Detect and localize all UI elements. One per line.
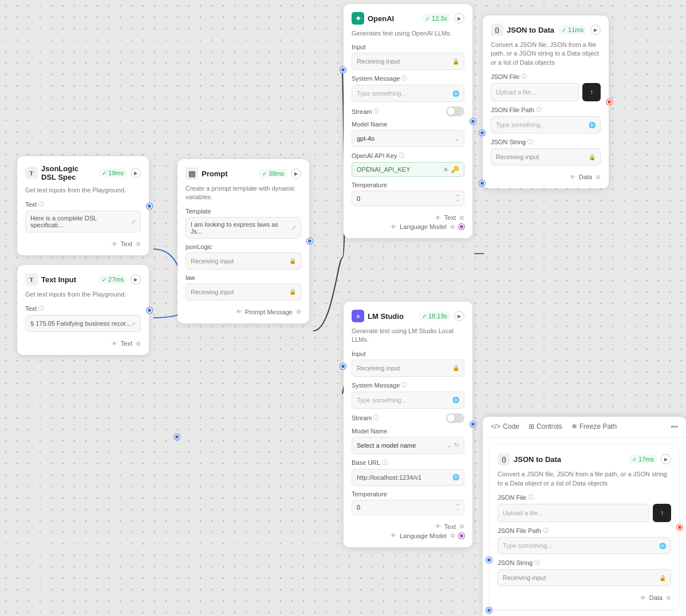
settings-icon[interactable]: ⚙: [596, 174, 601, 180]
node-desc: Get text inputs from the Playground.: [25, 290, 141, 299]
template-field[interactable]: I am looking to express laws as Js... ⤢: [186, 217, 301, 239]
eye-icon[interactable]: 👁: [112, 341, 117, 347]
api-key-field[interactable]: OPENAI_API_KEY ✕ 🔑: [352, 162, 464, 177]
eye-icon-lang[interactable]: 👁: [391, 532, 396, 539]
remove-key-button[interactable]: ✕: [443, 166, 448, 173]
run-button[interactable]: ▶: [454, 311, 464, 321]
temperature-field[interactable]: 0 + −: [352, 191, 464, 206]
check-icon: ✓: [102, 170, 107, 176]
input-label: Input: [352, 350, 464, 357]
globe-icon: 🌐: [589, 122, 596, 128]
run-button[interactable]: ▶: [131, 274, 141, 285]
model-name-select[interactable]: Select a model name ⌄ ↻: [352, 437, 464, 454]
expand-icon[interactable]: ⤢: [131, 219, 136, 225]
upload-button[interactable]: ↑: [653, 504, 671, 522]
json-path-input-dot[interactable]: [479, 130, 485, 136]
temperature-label: Temperature: [352, 181, 464, 188]
settings-icon[interactable]: ⚙: [296, 309, 301, 315]
settings-icon-lang[interactable]: ⚙: [450, 532, 455, 539]
upload-button[interactable]: ↑: [582, 83, 601, 101]
json-string-label: JSON String ⓘ: [491, 138, 601, 146]
run-button[interactable]: ▶: [661, 454, 671, 464]
base-url-field[interactable]: http://localhost:1234/v1 🌐: [352, 469, 464, 486]
settings-icon[interactable]: ⚙: [136, 241, 141, 247]
output-dot[interactable]: [147, 203, 152, 209]
model-name-select[interactable]: gpt-4o ⌄: [352, 130, 464, 147]
json-string-input-dot[interactable]: [486, 607, 492, 613]
globe-icon: 🌐: [659, 543, 666, 549]
temperature-field[interactable]: 0 + −: [352, 500, 464, 515]
status-badge: ✓ 11ms: [558, 25, 587, 34]
temperature-label: Temperature: [352, 491, 464, 497]
input-dot[interactable]: [340, 364, 346, 369]
text-output-dot[interactable]: [470, 119, 476, 124]
node-footer: 👁 Text ⚙: [352, 211, 464, 221]
run-button[interactable]: ▶: [291, 168, 301, 179]
eye-icon-lang[interactable]: 👁: [391, 224, 396, 230]
temp-down[interactable]: −: [456, 508, 459, 512]
stream-toggle[interactable]: [446, 413, 464, 423]
eye-icon[interactable]: 👁: [112, 241, 117, 247]
node-desc: Create a prompt template with dynamic va…: [186, 184, 301, 202]
lock-icon: 🔒: [452, 365, 459, 371]
input-field: Receiving input 🔒: [352, 360, 464, 377]
lang-output-dot[interactable]: [459, 533, 464, 539]
data-output-dot[interactable]: [606, 99, 612, 105]
refresh-icon[interactable]: ↻: [454, 441, 459, 449]
node-icon-t: T: [25, 167, 38, 179]
text-field[interactable]: § 175.05 Falsifying business recor... ⤢: [25, 315, 141, 332]
text-output-dot[interactable]: [470, 421, 476, 427]
expand-icon[interactable]: ⤢: [131, 321, 136, 327]
input-field: Receiving input 🔒: [352, 53, 464, 70]
key-icon: 🔑: [451, 165, 459, 173]
stream-toggle[interactable]: [446, 106, 464, 116]
settings-icon[interactable]: ⚙: [666, 595, 671, 601]
temp-up[interactable]: +: [456, 194, 459, 198]
input-dot-jsonlogic[interactable]: [174, 434, 180, 440]
lang-output-dot[interactable]: [459, 224, 464, 230]
temp-down[interactable]: −: [456, 199, 459, 203]
chevron-icon: ⌄: [455, 136, 459, 141]
stream-label: Stream ⓘ: [352, 413, 464, 423]
settings-icon[interactable]: ⚙: [136, 341, 141, 347]
info-icon: ⓘ: [401, 74, 407, 82]
data-output-dot[interactable]: [677, 524, 683, 530]
json-path-field[interactable]: Type something... 🌐: [491, 116, 601, 133]
eye-icon[interactable]: 👁: [236, 309, 242, 315]
run-button[interactable]: ▶: [454, 13, 464, 23]
eye-icon[interactable]: 👁: [570, 174, 575, 180]
json-string-input-dot[interactable]: [479, 180, 485, 186]
eye-icon[interactable]: 👁: [435, 215, 441, 221]
system-message-label: System Message ⓘ: [352, 74, 464, 82]
expand-icon[interactable]: ⤢: [291, 224, 296, 231]
node-footer: 👁 Prompt Message ⚙: [186, 305, 301, 315]
node-title: JSON to Data: [507, 26, 555, 34]
tab-freeze-path[interactable]: ❄ Freeze Path: [571, 422, 617, 432]
run-button[interactable]: ▶: [131, 168, 141, 178]
json-string-field: Receiving input 🔒: [491, 148, 601, 165]
output-dot[interactable]: [307, 238, 313, 244]
json-path-input-dot[interactable]: [486, 557, 492, 563]
temp-up[interactable]: +: [456, 503, 459, 507]
settings-icon[interactable]: ⚙: [459, 215, 464, 221]
info-icon: ⓘ: [536, 106, 542, 114]
file-upload-input[interactable]: Upload a file...: [498, 504, 649, 522]
node-icon-prompt: ▤: [186, 167, 198, 180]
eye-icon[interactable]: 👁: [435, 523, 441, 530]
text-field[interactable]: Here is a complete DSL specificati... ⤢: [25, 211, 141, 232]
system-message-field[interactable]: Type something... 🌐: [352, 392, 464, 409]
more-options-button[interactable]: •••: [671, 423, 678, 431]
info-icon: ⓘ: [382, 459, 388, 467]
settings-icon-lang[interactable]: ⚙: [450, 224, 455, 230]
tab-controls[interactable]: ⊞ Controls: [529, 422, 562, 432]
eye-icon[interactable]: 👁: [640, 595, 646, 601]
tab-code[interactable]: </> Code: [491, 422, 519, 432]
settings-icon[interactable]: ⚙: [459, 523, 464, 530]
json-path-field[interactable]: Type something... 🌐: [498, 537, 671, 554]
system-message-field[interactable]: Type something... 🌐: [352, 85, 464, 102]
output-dot[interactable]: [147, 307, 152, 313]
node-footer: 👁 Text ⚙: [352, 520, 464, 530]
input-dot[interactable]: [340, 67, 346, 73]
run-button[interactable]: ▶: [590, 25, 601, 35]
file-upload-input[interactable]: Upload a file...: [491, 83, 579, 101]
